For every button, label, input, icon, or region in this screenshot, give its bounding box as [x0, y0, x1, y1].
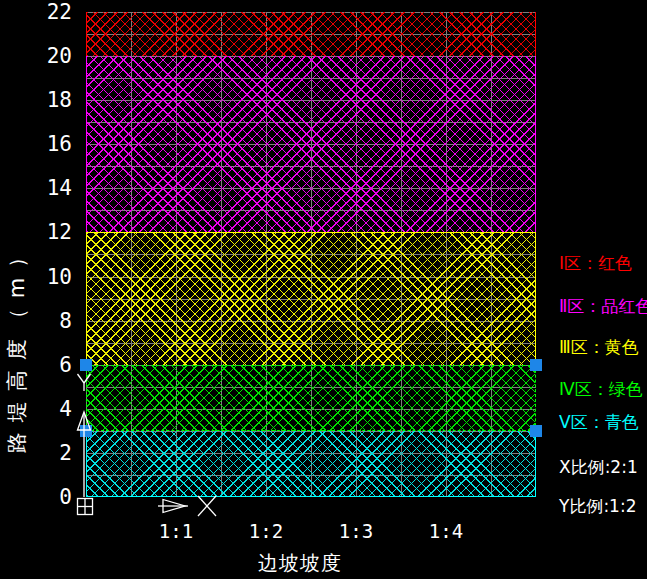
y-tick-22: 22	[28, 0, 72, 24]
grip-right-6m[interactable]	[530, 359, 542, 371]
y-tick-20: 20	[28, 44, 72, 68]
zone-5-cyan-hatch[interactable]	[86, 431, 536, 497]
y-tick-14: 14	[28, 176, 72, 200]
zone-4-green-hatch-selected[interactable]	[86, 365, 536, 431]
x-scale-note: X比例:2:1	[559, 456, 638, 478]
grip-left-6m[interactable]	[80, 359, 92, 371]
legend-item-zone3: Ⅲ区：黄色	[559, 336, 639, 358]
y-scale-note: Y比例:1:2	[559, 495, 636, 517]
ucs-x-arrow-icon	[158, 500, 188, 513]
y-tick-8: 8	[28, 309, 72, 333]
legend-item-zone4: Ⅳ区：绿色	[559, 378, 643, 400]
plot-area	[86, 12, 536, 497]
y-tick-6: 6	[28, 353, 72, 377]
x-tick-1-3: 1:3	[321, 519, 391, 543]
y-tick-10: 10	[28, 265, 72, 289]
zone-1-red-hatch[interactable]	[86, 12, 536, 56]
x-tick-1-4: 1:4	[411, 519, 481, 543]
cad-chart-canvas: 22 20 18 16 14 12 10 8 6 4 2 0 1:1 1:2 1…	[0, 0, 647, 579]
ucs-x-label-icon	[198, 496, 216, 516]
x-tick-1-1: 1:1	[141, 519, 211, 543]
legend-item-zone2: Ⅱ区：品红色	[559, 295, 647, 317]
legend-item-zone1: Ⅰ区：红色	[559, 252, 632, 274]
legend-item-zone5: Ⅴ区：青色	[559, 411, 639, 433]
y-axis-title: 路堤高度（m）	[3, 237, 31, 453]
y-tick-18: 18	[28, 88, 72, 112]
y-tick-0: 0	[28, 485, 72, 509]
y-tick-4: 4	[28, 397, 72, 421]
y-tick-2: 2	[28, 441, 72, 465]
zone-2-magenta-hatch[interactable]	[86, 56, 536, 232]
zone-3-yellow-hatch[interactable]	[86, 232, 536, 365]
grip-left-3m[interactable]	[80, 425, 92, 437]
ucs-origin-box-icon	[78, 499, 93, 515]
y-tick-12: 12	[28, 220, 72, 244]
x-axis-title: 边坡坡度	[230, 550, 370, 577]
grip-right-3m[interactable]	[530, 425, 542, 437]
x-tick-1-2: 1:2	[231, 519, 301, 543]
y-tick-16: 16	[28, 132, 72, 156]
